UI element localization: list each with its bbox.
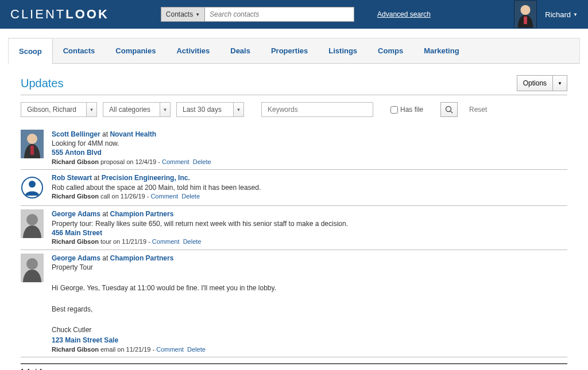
comment-link[interactable]: Comment (162, 158, 189, 165)
feed-description: Looking for 4MM now. (52, 139, 567, 148)
feed-description: Property Tour (52, 263, 567, 272)
pager-of: of (30, 368, 38, 370)
svg-point-3 (446, 107, 451, 112)
company-link[interactable]: Precision Engineering, Inc. (102, 174, 190, 182)
filter-range[interactable]: Last 30 days ▼ (176, 102, 244, 117)
chevron-down-icon: ▼ (195, 12, 200, 17)
location-link[interactable]: 123 Main Street Sale (52, 336, 567, 345)
tab-scoop[interactable]: Scoop (9, 39, 53, 64)
logo: CLIENTLOOK (10, 7, 109, 22)
options-dropdown-toggle[interactable]: ▼ (553, 75, 567, 91)
delete-link[interactable]: Delete (181, 193, 200, 200)
feed-list: Scott Bellinger at Novant HealthLooking … (21, 127, 567, 357)
company-link[interactable]: Champion Partners (110, 254, 174, 262)
contact-avatar[interactable] (21, 254, 44, 282)
feed-body-line (52, 294, 567, 303)
filter-bar: Gibson, Richard ▼ All categories ▼ Last … (21, 102, 567, 117)
feed-meta: Richard Gibson call on 11/26/19 - Commen… (52, 192, 567, 201)
company-link[interactable]: Champion Partners (110, 210, 174, 218)
search-button[interactable] (440, 102, 458, 117)
header-user-area: Richard ▼ (514, 1, 578, 28)
app-header: CLIENTLOOK Contacts ▼ Advanced search Ri… (0, 0, 588, 29)
svg-rect-7 (30, 146, 34, 155)
contact-avatar[interactable] (21, 173, 44, 202)
feed-body: Scott Bellinger at Novant HealthLooking … (52, 130, 567, 166)
tab-marketing[interactable]: Marketing (413, 38, 469, 63)
contact-link[interactable]: Scott Bellinger (52, 130, 100, 138)
tab-activities[interactable]: Activities (166, 38, 220, 63)
feed-body: George Adams at Champion PartnersPropert… (52, 209, 567, 246)
reset-link[interactable]: Reset (469, 106, 487, 114)
search-icon (445, 106, 453, 114)
svg-point-11 (26, 214, 38, 225)
tab-listings[interactable]: Listings (318, 38, 368, 63)
delete-link[interactable]: Delete (187, 346, 206, 353)
tab-properties[interactable]: Properties (261, 38, 318, 63)
search-input[interactable] (205, 7, 354, 22)
delete-link[interactable]: Delete (193, 158, 211, 165)
feed-body-line: Chuck Cutler (52, 325, 567, 334)
has-file-checkbox[interactable] (390, 106, 398, 114)
tab-companies[interactable]: Companies (105, 38, 166, 63)
author-name: Richard Gibson (52, 346, 99, 353)
options-button[interactable]: Options (517, 75, 553, 91)
pager: 1-4 of 4 (21, 363, 567, 370)
search-scope-dropdown[interactable]: Contacts ▼ (161, 7, 205, 22)
contact-link[interactable]: George Adams (52, 210, 100, 218)
author-name: Richard Gibson (52, 238, 99, 245)
user-menu[interactable]: Richard ▼ (545, 10, 578, 19)
advanced-search-link[interactable]: Advanced search (377, 10, 431, 18)
svg-line-4 (451, 111, 453, 114)
feed-item: George Adams at Champion PartnersPropert… (21, 251, 567, 358)
page-header: Updates Options ▼ (21, 75, 567, 95)
svg-point-6 (27, 134, 37, 144)
page-content: Updates Options ▼ Gibson, Richard ▼ All … (0, 64, 588, 370)
feed-meta: Richard Gibson proposal on 12/4/19 - Com… (52, 158, 567, 166)
svg-rect-2 (524, 17, 527, 24)
filter-has-file[interactable]: Has file (390, 106, 423, 114)
chevron-down-icon: ▼ (573, 12, 578, 17)
chevron-down-icon: ▼ (234, 102, 244, 117)
options-button-group: Options ▼ (517, 75, 567, 91)
author-name: Richard Gibson (52, 193, 99, 200)
feed-body: Rob Stewart at Precision Engineering, In… (52, 173, 567, 202)
feed-header-line: George Adams at Champion Partners (52, 209, 567, 219)
feed-body-line (52, 315, 567, 324)
at-text: at (100, 130, 110, 138)
delete-link[interactable]: Delete (183, 238, 202, 245)
at-text: at (100, 210, 110, 218)
page-title: Updates (21, 77, 64, 90)
search-bar: Contacts ▼ (161, 7, 354, 22)
company-link[interactable]: Novant Health (110, 130, 156, 138)
contact-avatar[interactable] (21, 130, 44, 158)
filter-category[interactable]: All categories ▼ (103, 102, 171, 117)
feed-body-line (52, 273, 567, 282)
meta-text: call on 11/26/19 - (99, 193, 151, 200)
tab-deals[interactable]: Deals (220, 38, 261, 63)
location-link[interactable]: 555 Anton Blvd (52, 148, 567, 157)
comment-link[interactable]: Comment (152, 238, 180, 245)
tab-contacts[interactable]: Contacts (53, 38, 106, 63)
feed-item: Rob Stewart at Precision Engineering, In… (21, 171, 567, 206)
feed-description: Property tour: Really likes suite 650, w… (52, 219, 567, 228)
pager-total: 4 (38, 368, 42, 370)
contact-link[interactable]: Rob Stewart (52, 174, 92, 182)
comment-link[interactable]: Comment (150, 193, 178, 200)
filter-keywords-input[interactable] (261, 102, 373, 117)
author-name: Richard Gibson (52, 158, 99, 165)
contact-avatar[interactable] (21, 209, 44, 238)
contact-link[interactable]: George Adams (52, 254, 100, 262)
meta-text: tour on 11/21/19 - (99, 238, 152, 245)
nav-tabs-wrap: ScoopContactsCompaniesActivitiesDealsPro… (0, 29, 588, 64)
feed-description: Rob called about the space at 200 Main, … (52, 183, 567, 192)
location-link[interactable]: 456 Main Street (52, 228, 567, 237)
chevron-down-icon: ▼ (87, 102, 97, 117)
comment-link[interactable]: Comment (156, 346, 184, 353)
filter-user[interactable]: Gibson, Richard ▼ (21, 102, 97, 117)
feed-body-line: Hi George. Yes, Tuesday at 11:00 would b… (52, 283, 567, 293)
pager-range: 1-4 (21, 368, 30, 370)
user-avatar[interactable] (514, 1, 537, 28)
feed-meta: Richard Gibson email on 11/21/19 - Comme… (52, 345, 567, 354)
tab-comps[interactable]: Comps (368, 38, 413, 63)
feed-item: Scott Bellinger at Novant HealthLooking … (21, 127, 567, 170)
